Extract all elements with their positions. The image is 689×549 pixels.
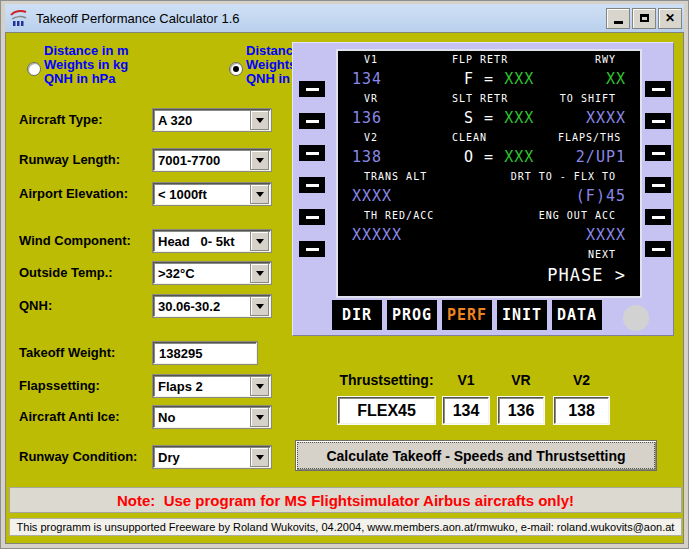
app-icon xyxy=(9,8,29,28)
lsk-right-2[interactable] xyxy=(645,113,671,129)
aircraft-type-label: Aircraft Type: xyxy=(19,109,103,131)
dash-icon xyxy=(652,88,665,91)
prog-key[interactable]: PROG xyxy=(387,300,437,330)
v2-header: V2 xyxy=(554,372,609,388)
dash-icon xyxy=(652,152,665,155)
dropdown-arrow-icon[interactable] xyxy=(250,231,269,251)
aircraft-type-select[interactable]: A 320 xyxy=(153,109,271,131)
dropdown-arrow-icon[interactable] xyxy=(250,296,269,316)
dash-icon xyxy=(652,248,665,251)
lsk-right-1[interactable] xyxy=(645,81,671,97)
init-key[interactable]: INIT xyxy=(497,300,547,330)
dropdown-arrow-icon[interactable] xyxy=(250,263,269,283)
lsk-right-5[interactable] xyxy=(645,209,671,225)
lsk-right-3[interactable] xyxy=(645,145,671,161)
maximize-icon xyxy=(640,14,649,22)
airport-elevation-label: Airport Elevation: xyxy=(19,183,128,205)
app-window: Takeoff Performance Calculator 1.6 ✕ Dis… xyxy=(0,0,689,549)
metric-units-radio[interactable] xyxy=(27,62,41,76)
statusbar: This programm is unsupported Freeware by… xyxy=(9,518,682,536)
close-button[interactable]: ✕ xyxy=(658,8,682,29)
dropdown-arrow-icon[interactable] xyxy=(250,184,269,204)
dash-icon xyxy=(306,88,319,91)
knob-circle xyxy=(623,305,649,331)
dash-icon xyxy=(306,184,319,187)
note-banner: Note: Use program for MS Flightsimulator… xyxy=(9,487,682,513)
flapssetting-label: Flapssetting: xyxy=(19,375,100,397)
lsk-left-3[interactable] xyxy=(299,145,325,161)
data-key[interactable]: DATA xyxy=(552,300,602,330)
perf-key[interactable]: PERF xyxy=(442,300,492,330)
aircraft-anti-ice-select[interactable]: No xyxy=(153,406,271,428)
qnh-label: QNH: xyxy=(19,295,52,317)
next-phase-prompt: PHASE > xyxy=(516,265,640,288)
dash-icon xyxy=(306,152,319,155)
dropdown-arrow-icon[interactable] xyxy=(250,376,269,396)
runway-condition-label: Runway Condition: xyxy=(19,446,137,468)
main-content: Distance in m Weights in kg QNH in hPa D… xyxy=(5,32,684,544)
runway-condition-select[interactable]: Dry xyxy=(153,446,271,468)
lsk-right-4[interactable] xyxy=(645,177,671,193)
wind-component-label: Wind Component: xyxy=(19,230,131,252)
window-title: Takeoff Performance Calculator 1.6 xyxy=(36,11,240,26)
dash-icon xyxy=(652,184,665,187)
thrustsetting-header: Thrustsetting: xyxy=(338,372,435,388)
lsk-left-4[interactable] xyxy=(299,177,325,193)
mcdu-screen: V1FLP RETRRWY 134F = XXXXX VRSLT RETRTO … xyxy=(336,49,642,298)
dropdown-arrow-icon[interactable] xyxy=(250,407,269,427)
runway-length-select[interactable]: 7001-7700 xyxy=(153,149,271,171)
flapssetting-select[interactable]: Flaps 2 xyxy=(153,375,271,397)
lsk-right-6[interactable] xyxy=(645,241,671,257)
imperial-units-radio[interactable] xyxy=(229,62,243,76)
outside-temp-select[interactable]: >32°C xyxy=(153,262,271,284)
v1-output: 134 xyxy=(443,397,489,424)
minimize-icon xyxy=(614,21,623,24)
dash-icon xyxy=(652,120,665,123)
v2-speed-value: 138 xyxy=(338,148,446,171)
metric-units-label: Distance in m Weights in kg QNH in hPa xyxy=(44,44,129,86)
v1-header: V1 xyxy=(443,372,489,388)
dir-key[interactable]: DIR xyxy=(332,300,382,330)
dropdown-arrow-icon[interactable] xyxy=(250,150,269,170)
flaps-ths-value: 2/UP1 xyxy=(558,148,640,171)
calculate-takeoff-button[interactable]: Calculate Takeoff - Speeds and Thrustset… xyxy=(295,440,657,471)
lsk-left-1[interactable] xyxy=(299,81,325,97)
outside-temp-label: Outside Temp.: xyxy=(19,262,113,284)
vr-speed-value: 136 xyxy=(338,109,446,132)
minimize-button[interactable] xyxy=(606,8,630,29)
dropdown-arrow-icon[interactable] xyxy=(250,447,269,467)
window-controls: ✕ xyxy=(606,8,682,29)
dash-icon xyxy=(306,216,319,219)
takeoff-weight-label: Takeoff Weight: xyxy=(19,342,115,364)
vr-output: 136 xyxy=(498,397,544,424)
qnh-select[interactable]: 30.06-30.2 xyxy=(153,295,271,317)
dash-icon xyxy=(306,120,319,123)
titlebar: Takeoff Performance Calculator 1.6 ✕ xyxy=(5,4,684,32)
lsk-left-5[interactable] xyxy=(299,209,325,225)
dash-icon xyxy=(306,248,319,251)
flex-temp-value: (F)45 xyxy=(516,187,640,210)
v2-output: 138 xyxy=(554,397,609,424)
lsk-left-6[interactable] xyxy=(299,241,325,257)
close-icon: ✕ xyxy=(665,12,675,24)
airport-elevation-select[interactable]: < 1000ft xyxy=(153,183,271,205)
thrustsetting-output: FLEX45 xyxy=(338,397,435,424)
takeoff-weight-input[interactable] xyxy=(153,342,257,364)
runway-length-label: Runway Length: xyxy=(19,149,120,171)
vr-header: VR xyxy=(498,372,544,388)
dropdown-arrow-icon[interactable] xyxy=(250,110,269,130)
dash-icon xyxy=(652,216,665,219)
maximize-button[interactable] xyxy=(632,8,656,29)
mcdu-panel: V1FLP RETRRWY 134F = XXXXX VRSLT RETRTO … xyxy=(292,42,674,336)
aircraft-anti-ice-label: Aircraft Anti Ice: xyxy=(19,406,120,428)
lsk-left-2[interactable] xyxy=(299,113,325,129)
wind-component-select[interactable]: Head 0- 5kt xyxy=(153,230,271,252)
v1-speed-value: 134 xyxy=(338,70,446,93)
